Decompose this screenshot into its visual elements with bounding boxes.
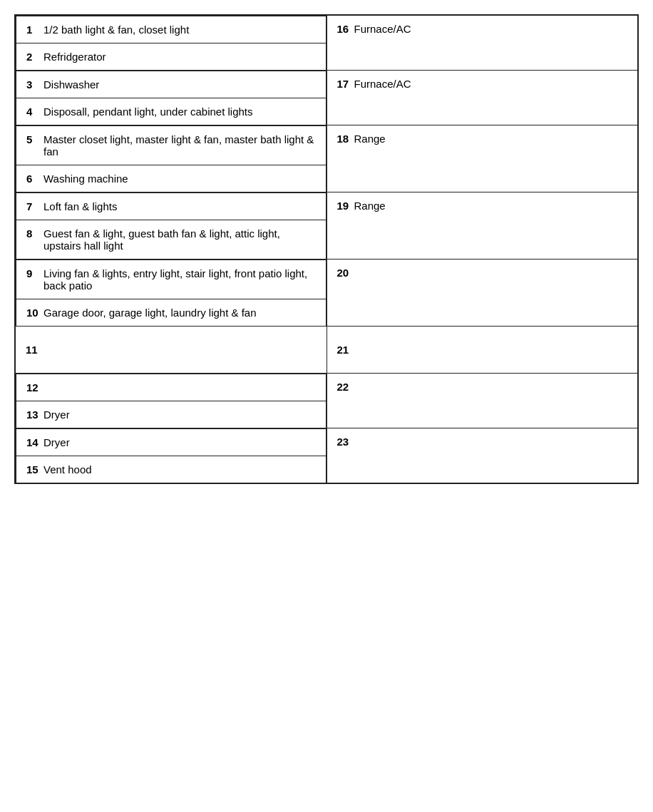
circuit-label: Master closet light, master light & fan,… [43, 133, 316, 158]
left-cell-group: 7Loft fan & lights8Guest fan & light, gu… [15, 192, 326, 259]
right-cell: 16Furnace/AC [326, 15, 638, 71]
circuit-number: 18 [337, 133, 350, 145]
circuit-label: Dryer [43, 408, 70, 421]
right-cell: 18Range [326, 125, 638, 192]
circuit-number: 11 [26, 344, 38, 356]
circuit-label: Furnace/AC [354, 23, 411, 35]
circuit-number: 16 [337, 23, 350, 35]
right-cell: 23 [326, 428, 638, 484]
left-cell: 10Garage door, garage light, laundry lig… [16, 299, 326, 327]
left-cell-group: 11/2 bath light & fan, closet light2Refr… [15, 15, 326, 71]
circuit-number: 1 [26, 24, 39, 36]
circuit-label: Range [354, 200, 386, 212]
left-cell: 7Loft fan & lights [16, 193, 326, 220]
right-cell: 20 [326, 259, 638, 327]
circuit-number: 4 [26, 106, 39, 118]
left-cell: 15Vent hood [16, 456, 326, 483]
left-cell: 9Living fan & lights, entry light, stair… [16, 260, 326, 299]
left-cell: 8Guest fan & light, guest bath fan & lig… [16, 220, 326, 259]
left-cell-group: 3Dishwasher4Disposall, pendant light, un… [15, 71, 326, 125]
circuit-label: Refridgerator [43, 51, 106, 63]
circuit-number: 8 [26, 227, 39, 240]
circuit-label: Guest fan & light, guest bath fan & ligh… [43, 227, 316, 252]
left-cell: 11 [15, 327, 326, 374]
circuit-number: 10 [26, 307, 39, 319]
circuit-number: 5 [26, 133, 39, 145]
circuit-label: 1/2 bath light & fan, closet light [43, 24, 189, 36]
circuit-label: Furnace/AC [354, 78, 411, 90]
circuit-label: Living fan & lights, entry light, stair … [43, 267, 316, 292]
right-cell: 22 [326, 374, 638, 428]
left-cell: 12 [16, 374, 326, 401]
left-cell-group: 1213Dryer [15, 374, 326, 428]
left-cell-group: 9Living fan & lights, entry light, stair… [15, 259, 326, 327]
left-cell: 13Dryer [16, 401, 326, 428]
left-cell: 3Dishwasher [16, 71, 326, 98]
right-cell: 21 [326, 327, 638, 374]
circuit-number: 12 [26, 381, 39, 394]
circuit-label: Dishwasher [43, 78, 99, 91]
circuit-number: 6 [26, 173, 39, 185]
left-cell: 4Disposall, pendant light, under cabinet… [16, 98, 326, 125]
left-cell: 14Dryer [16, 429, 326, 456]
circuit-number: 21 [337, 344, 350, 356]
panel-table: 11/2 bath light & fan, closet light2Refr… [14, 14, 639, 484]
left-cell: 11/2 bath light & fan, closet light [16, 16, 326, 43]
right-cell: 17Furnace/AC [326, 71, 638, 125]
circuit-number: 20 [337, 267, 350, 279]
circuit-label: Washing machine [43, 173, 128, 185]
circuit-number: 15 [26, 463, 39, 476]
left-cell: 6Washing machine [16, 165, 326, 192]
circuit-label: Disposall, pendant light, under cabinet … [43, 106, 253, 118]
circuit-number: 2 [26, 51, 39, 63]
right-cell: 19Range [326, 192, 638, 259]
circuit-label: Vent hood [43, 463, 92, 476]
circuit-number: 17 [337, 78, 350, 90]
circuit-number: 3 [26, 78, 39, 91]
circuit-number: 7 [26, 200, 39, 212]
circuit-number: 22 [337, 381, 350, 393]
left-cell: 5Master closet light, master light & fan… [16, 126, 326, 165]
circuit-number: 23 [337, 436, 350, 448]
circuit-number: 14 [26, 436, 39, 448]
left-cell-group: 5Master closet light, master light & fan… [15, 125, 326, 192]
circuit-number: 13 [26, 408, 39, 421]
circuit-label: Range [354, 133, 386, 145]
circuit-number: 19 [337, 200, 350, 212]
left-cell: 2Refridgerator [16, 43, 326, 71]
circuit-label: Loft fan & lights [43, 200, 117, 212]
left-cell-group: 14Dryer15Vent hood [15, 428, 326, 484]
circuit-label: Dryer [43, 436, 70, 448]
circuit-number: 9 [26, 267, 39, 279]
circuit-label: Garage door, garage light, laundry light… [43, 307, 257, 319]
